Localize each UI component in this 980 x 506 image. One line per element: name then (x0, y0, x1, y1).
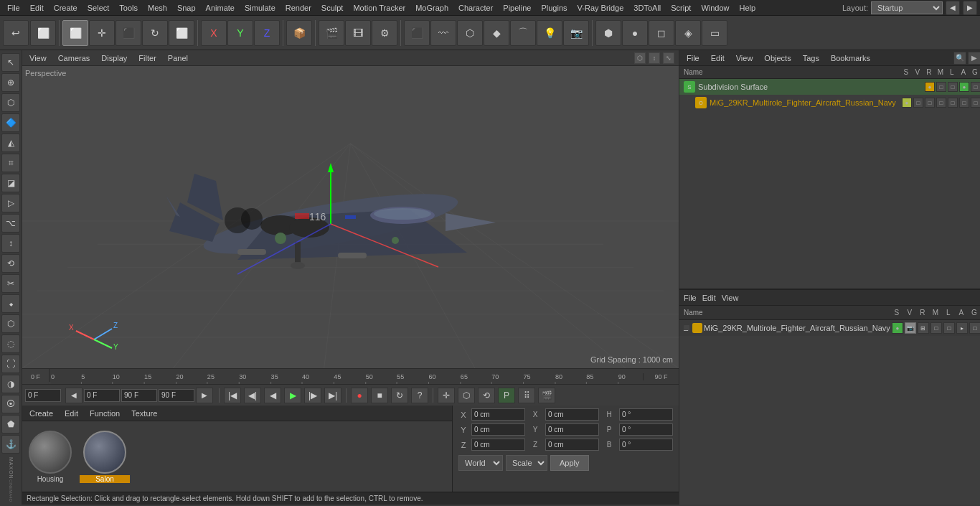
coord-z2-input[interactable] (545, 439, 599, 451)
menu-pipeline[interactable]: Pipeline (499, 2, 535, 14)
deformer-button[interactable]: ◆ (484, 20, 509, 46)
render-settings-button[interactable]: ⚙ (372, 20, 397, 46)
tool-1[interactable]: ↖ (1, 53, 20, 72)
coord-y-input[interactable] (471, 423, 525, 436)
frame-next-button[interactable]: ▶ (196, 388, 213, 403)
coord-apply-button[interactable]: Apply (550, 455, 589, 471)
viewport-menu-cameras[interactable]: Cameras (55, 52, 93, 64)
menu-render[interactable]: Render (281, 2, 316, 14)
tool-18[interactable]: ⦿ (1, 395, 20, 413)
menu-mograph[interactable]: MoGraph (411, 2, 453, 14)
rotate-button[interactable]: ↻ (142, 20, 168, 46)
viewport-menu-panel[interactable]: Panel (165, 52, 191, 64)
obj-search-button[interactable]: 🔍 (953, 52, 966, 65)
z-axis-button[interactable]: Z (254, 20, 280, 46)
step-forward-button[interactable]: |▶ (304, 388, 321, 403)
layout-dropdown[interactable]: Startup (871, 1, 943, 14)
gouraud-button[interactable]: ● (622, 20, 648, 46)
attr-ctrl-a[interactable]: ▸ (956, 322, 968, 334)
object-mode-button[interactable]: 📦 (286, 20, 312, 46)
tool-11[interactable]: ⟲ (1, 254, 20, 273)
viewport-ctrl-3[interactable]: ⤡ (663, 52, 674, 64)
menu-select[interactable]: Select (83, 2, 114, 14)
coord-world-dropdown[interactable]: World Object (458, 455, 503, 471)
display-button[interactable]: ⬢ (595, 20, 621, 46)
viewport-menu-filter[interactable]: Filter (136, 52, 159, 64)
tool-15[interactable]: ◌ (1, 334, 20, 353)
mig-ctrl-3[interactable]: □ (936, 98, 946, 108)
menu-create[interactable]: Create (50, 2, 82, 14)
tool-19[interactable]: ⬟ (1, 415, 20, 434)
wireframe-button[interactable]: ◻ (649, 20, 674, 46)
obj-menu-objects[interactable]: Objects (761, 52, 793, 64)
move-button[interactable]: ✛ (89, 20, 115, 46)
menu-plugins[interactable]: Plugins (537, 2, 571, 14)
attr-ctrl-v[interactable]: 📷 (905, 322, 916, 334)
coord-z-input[interactable] (471, 439, 525, 451)
y-axis-button[interactable]: Y (227, 20, 253, 46)
menu-window[interactable]: Window (697, 2, 733, 14)
menu-help[interactable]: Help (735, 2, 760, 14)
obj-menu-tags[interactable]: Tags (800, 52, 822, 64)
tool-8[interactable]: ▷ (1, 194, 20, 212)
menu-animate[interactable]: Animate (202, 2, 239, 14)
info-button[interactable]: ? (411, 388, 428, 403)
layout-next-button[interactable]: ▶ (963, 1, 977, 15)
go-start-button[interactable]: |◀ (224, 388, 241, 403)
motion-path-button[interactable]: ✛ (438, 388, 455, 403)
render-picture-viewer-button[interactable]: 🎞 (345, 20, 371, 46)
mig-ctrl-5[interactable]: □ (959, 98, 969, 108)
mig-ctrl-2[interactable]: □ (925, 98, 935, 108)
scale-button[interactable]: ⬛ (116, 20, 141, 46)
camera-button[interactable]: 📷 (563, 20, 589, 46)
attr-collapse-icon[interactable]: – (684, 325, 689, 331)
obj-menu-file[interactable]: File (684, 52, 702, 64)
sub-dot-1[interactable]: ● (925, 82, 935, 92)
timeline-track[interactable]: 0 5 10 15 20 25 30 35 40 45 50 55 60 65 … (50, 369, 643, 385)
obj-menu-bookmarks[interactable]: Bookmarks (828, 52, 873, 64)
menu-3dtoall[interactable]: 3DToAll (629, 2, 665, 14)
tool-10[interactable]: ↕ (1, 234, 20, 253)
layout-prev-button[interactable]: ◀ (946, 1, 960, 15)
x-axis-button[interactable]: X (201, 20, 227, 46)
frame-to2-input[interactable] (159, 389, 194, 402)
coord-h-input[interactable] (619, 408, 673, 421)
play-forward-button[interactable]: ▶ (284, 388, 301, 403)
tool-17[interactable]: ◑ (1, 375, 20, 393)
obj-row-mig[interactable]: O MiG_29KR_Multirole_Fighter_Aircraft_Ru… (679, 95, 980, 111)
tool-2[interactable]: ⊕ (1, 73, 20, 92)
render-view-button[interactable]: 🎬 (319, 20, 344, 46)
obj-menu-edit[interactable]: Edit (708, 52, 727, 64)
menu-edit[interactable]: Edit (26, 2, 48, 14)
mig-ctrl-4[interactable]: □ (948, 98, 958, 108)
viewport-3d[interactable]: Perspective (22, 66, 679, 368)
autokey-button[interactable]: P (498, 388, 515, 403)
tool-12[interactable]: ✂ (1, 274, 20, 293)
attr-menu-edit[interactable]: Edit (702, 294, 716, 302)
menu-mesh[interactable]: Mesh (143, 2, 171, 14)
tool-14[interactable]: ⬡ (1, 314, 20, 333)
tool-6[interactable]: ⌗ (1, 154, 20, 172)
attr-menu-view[interactable]: View (722, 294, 739, 302)
floor-button[interactable]: ▭ (702, 20, 727, 46)
attr-ctrl-g[interactable]: □ (969, 322, 980, 334)
mat-menu-edit[interactable]: Edit (62, 408, 81, 419)
attr-menu-file[interactable]: File (684, 294, 697, 302)
tool-16[interactable]: ⛶ (1, 355, 20, 373)
redo-button[interactable]: ⬜ (30, 20, 56, 46)
obj-row-subdivision[interactable]: S Subdivision Surface ● □ □ ● □ (679, 79, 980, 95)
timeline-ruler[interactable]: 0 F 0 5 10 15 20 25 30 35 40 45 50 55 60 (22, 368, 679, 384)
viewport-menu-view[interactable]: View (27, 52, 50, 64)
step-back-button[interactable]: ◀| (244, 388, 261, 403)
attr-ctrl-s[interactable]: ● (892, 322, 903, 334)
tool-13[interactable]: ⬥ (1, 294, 20, 313)
go-end-button[interactable]: ▶| (324, 388, 341, 403)
viewport-menu-display[interactable]: Display (98, 52, 130, 64)
tool-3[interactable]: ⬡ (1, 93, 20, 112)
frame-from-input[interactable] (84, 389, 120, 402)
array-button[interactable]: ⬡ (457, 20, 483, 46)
attr-ctrl-r[interactable]: ⊞ (918, 322, 929, 334)
iso-button[interactable]: ◈ (675, 20, 701, 46)
record-button[interactable]: ● (351, 388, 368, 403)
mig-ctrl-6[interactable]: □ (971, 98, 980, 108)
